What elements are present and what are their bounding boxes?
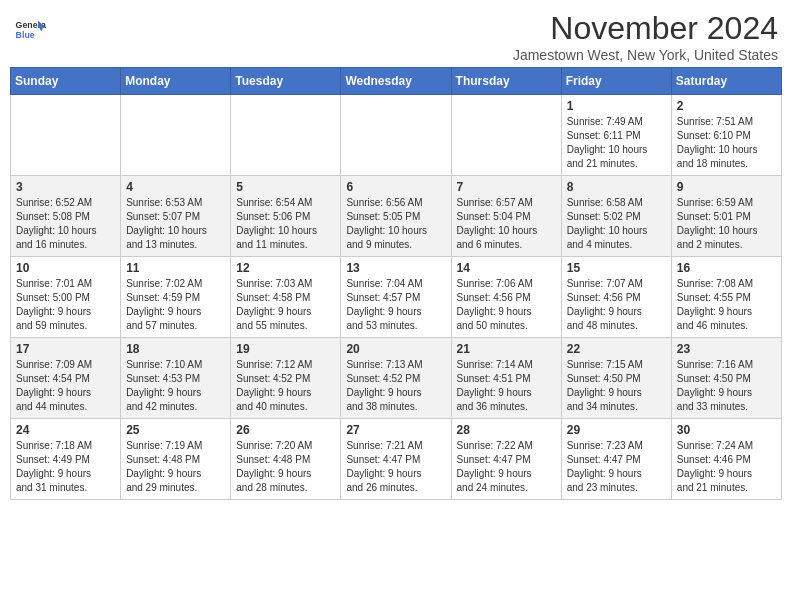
day-info: Sunrise: 6:53 AM Sunset: 5:07 PM Dayligh…: [126, 196, 225, 252]
day-number: 11: [126, 261, 225, 275]
day-number: 10: [16, 261, 115, 275]
calendar-cell: 26Sunrise: 7:20 AM Sunset: 4:48 PM Dayli…: [231, 419, 341, 500]
calendar-cell: 10Sunrise: 7:01 AM Sunset: 5:00 PM Dayli…: [11, 257, 121, 338]
calendar-cell: 11Sunrise: 7:02 AM Sunset: 4:59 PM Dayli…: [121, 257, 231, 338]
day-info: Sunrise: 7:22 AM Sunset: 4:47 PM Dayligh…: [457, 439, 556, 495]
day-info: Sunrise: 7:07 AM Sunset: 4:56 PM Dayligh…: [567, 277, 666, 333]
calendar-cell: 12Sunrise: 7:03 AM Sunset: 4:58 PM Dayli…: [231, 257, 341, 338]
calendar-table: SundayMondayTuesdayWednesdayThursdayFrid…: [10, 67, 782, 500]
day-info: Sunrise: 7:09 AM Sunset: 4:54 PM Dayligh…: [16, 358, 115, 414]
weekday-header-tuesday: Tuesday: [231, 68, 341, 95]
day-info: Sunrise: 7:21 AM Sunset: 4:47 PM Dayligh…: [346, 439, 445, 495]
day-info: Sunrise: 7:24 AM Sunset: 4:46 PM Dayligh…: [677, 439, 776, 495]
weekday-header-friday: Friday: [561, 68, 671, 95]
day-info: Sunrise: 7:08 AM Sunset: 4:55 PM Dayligh…: [677, 277, 776, 333]
calendar-cell: 27Sunrise: 7:21 AM Sunset: 4:47 PM Dayli…: [341, 419, 451, 500]
calendar-cell: 20Sunrise: 7:13 AM Sunset: 4:52 PM Dayli…: [341, 338, 451, 419]
calendar-cell: 14Sunrise: 7:06 AM Sunset: 4:56 PM Dayli…: [451, 257, 561, 338]
month-title: November 2024: [513, 10, 778, 47]
calendar-cell: 21Sunrise: 7:14 AM Sunset: 4:51 PM Dayli…: [451, 338, 561, 419]
day-number: 24: [16, 423, 115, 437]
day-info: Sunrise: 7:49 AM Sunset: 6:11 PM Dayligh…: [567, 115, 666, 171]
weekday-header-monday: Monday: [121, 68, 231, 95]
day-number: 16: [677, 261, 776, 275]
calendar-cell: 19Sunrise: 7:12 AM Sunset: 4:52 PM Dayli…: [231, 338, 341, 419]
day-number: 29: [567, 423, 666, 437]
calendar-cell: 30Sunrise: 7:24 AM Sunset: 4:46 PM Dayli…: [671, 419, 781, 500]
calendar-cell: 3Sunrise: 6:52 AM Sunset: 5:08 PM Daylig…: [11, 176, 121, 257]
day-number: 14: [457, 261, 556, 275]
day-number: 23: [677, 342, 776, 356]
calendar-cell: 18Sunrise: 7:10 AM Sunset: 4:53 PM Dayli…: [121, 338, 231, 419]
calendar-cell: 28Sunrise: 7:22 AM Sunset: 4:47 PM Dayli…: [451, 419, 561, 500]
calendar-week-row: 17Sunrise: 7:09 AM Sunset: 4:54 PM Dayli…: [11, 338, 782, 419]
day-info: Sunrise: 6:56 AM Sunset: 5:05 PM Dayligh…: [346, 196, 445, 252]
day-info: Sunrise: 6:52 AM Sunset: 5:08 PM Dayligh…: [16, 196, 115, 252]
day-info: Sunrise: 7:12 AM Sunset: 4:52 PM Dayligh…: [236, 358, 335, 414]
location: Jamestown West, New York, United States: [513, 47, 778, 63]
title-block: November 2024 Jamestown West, New York, …: [513, 10, 778, 63]
day-info: Sunrise: 6:58 AM Sunset: 5:02 PM Dayligh…: [567, 196, 666, 252]
calendar-week-row: 24Sunrise: 7:18 AM Sunset: 4:49 PM Dayli…: [11, 419, 782, 500]
day-info: Sunrise: 7:04 AM Sunset: 4:57 PM Dayligh…: [346, 277, 445, 333]
day-info: Sunrise: 7:18 AM Sunset: 4:49 PM Dayligh…: [16, 439, 115, 495]
logo-icon: General Blue: [14, 14, 46, 46]
calendar-cell: [11, 95, 121, 176]
day-number: 18: [126, 342, 225, 356]
day-number: 8: [567, 180, 666, 194]
calendar-week-row: 1Sunrise: 7:49 AM Sunset: 6:11 PM Daylig…: [11, 95, 782, 176]
day-info: Sunrise: 7:02 AM Sunset: 4:59 PM Dayligh…: [126, 277, 225, 333]
day-number: 27: [346, 423, 445, 437]
weekday-header-wednesday: Wednesday: [341, 68, 451, 95]
calendar-cell: 17Sunrise: 7:09 AM Sunset: 4:54 PM Dayli…: [11, 338, 121, 419]
page-header: General Blue November 2024 Jamestown Wes…: [10, 10, 782, 63]
weekday-header-row: SundayMondayTuesdayWednesdayThursdayFrid…: [11, 68, 782, 95]
day-number: 12: [236, 261, 335, 275]
day-number: 22: [567, 342, 666, 356]
calendar-cell: 23Sunrise: 7:16 AM Sunset: 4:50 PM Dayli…: [671, 338, 781, 419]
day-info: Sunrise: 7:13 AM Sunset: 4:52 PM Dayligh…: [346, 358, 445, 414]
calendar-cell: 5Sunrise: 6:54 AM Sunset: 5:06 PM Daylig…: [231, 176, 341, 257]
day-info: Sunrise: 7:10 AM Sunset: 4:53 PM Dayligh…: [126, 358, 225, 414]
calendar-cell: 6Sunrise: 6:56 AM Sunset: 5:05 PM Daylig…: [341, 176, 451, 257]
day-info: Sunrise: 6:57 AM Sunset: 5:04 PM Dayligh…: [457, 196, 556, 252]
day-number: 1: [567, 99, 666, 113]
calendar-cell: 8Sunrise: 6:58 AM Sunset: 5:02 PM Daylig…: [561, 176, 671, 257]
day-number: 19: [236, 342, 335, 356]
day-info: Sunrise: 7:19 AM Sunset: 4:48 PM Dayligh…: [126, 439, 225, 495]
day-number: 7: [457, 180, 556, 194]
day-number: 9: [677, 180, 776, 194]
day-info: Sunrise: 7:20 AM Sunset: 4:48 PM Dayligh…: [236, 439, 335, 495]
calendar-cell: 24Sunrise: 7:18 AM Sunset: 4:49 PM Dayli…: [11, 419, 121, 500]
day-info: Sunrise: 7:03 AM Sunset: 4:58 PM Dayligh…: [236, 277, 335, 333]
calendar-cell: 9Sunrise: 6:59 AM Sunset: 5:01 PM Daylig…: [671, 176, 781, 257]
day-info: Sunrise: 6:54 AM Sunset: 5:06 PM Dayligh…: [236, 196, 335, 252]
calendar-cell: [231, 95, 341, 176]
day-number: 6: [346, 180, 445, 194]
svg-text:Blue: Blue: [16, 30, 35, 40]
day-number: 21: [457, 342, 556, 356]
day-number: 20: [346, 342, 445, 356]
calendar-cell: 15Sunrise: 7:07 AM Sunset: 4:56 PM Dayli…: [561, 257, 671, 338]
day-info: Sunrise: 7:51 AM Sunset: 6:10 PM Dayligh…: [677, 115, 776, 171]
calendar-cell: [121, 95, 231, 176]
calendar-cell: 1Sunrise: 7:49 AM Sunset: 6:11 PM Daylig…: [561, 95, 671, 176]
day-number: 15: [567, 261, 666, 275]
day-info: Sunrise: 7:06 AM Sunset: 4:56 PM Dayligh…: [457, 277, 556, 333]
calendar-cell: [451, 95, 561, 176]
calendar-week-row: 10Sunrise: 7:01 AM Sunset: 5:00 PM Dayli…: [11, 257, 782, 338]
weekday-header-thursday: Thursday: [451, 68, 561, 95]
calendar-cell: 2Sunrise: 7:51 AM Sunset: 6:10 PM Daylig…: [671, 95, 781, 176]
calendar-cell: 25Sunrise: 7:19 AM Sunset: 4:48 PM Dayli…: [121, 419, 231, 500]
calendar-cell: 4Sunrise: 6:53 AM Sunset: 5:07 PM Daylig…: [121, 176, 231, 257]
weekday-header-saturday: Saturday: [671, 68, 781, 95]
calendar-cell: 7Sunrise: 6:57 AM Sunset: 5:04 PM Daylig…: [451, 176, 561, 257]
weekday-header-sunday: Sunday: [11, 68, 121, 95]
day-number: 26: [236, 423, 335, 437]
day-number: 25: [126, 423, 225, 437]
day-number: 13: [346, 261, 445, 275]
logo: General Blue: [14, 14, 50, 46]
day-number: 2: [677, 99, 776, 113]
calendar-cell: 16Sunrise: 7:08 AM Sunset: 4:55 PM Dayli…: [671, 257, 781, 338]
day-info: Sunrise: 7:01 AM Sunset: 5:00 PM Dayligh…: [16, 277, 115, 333]
